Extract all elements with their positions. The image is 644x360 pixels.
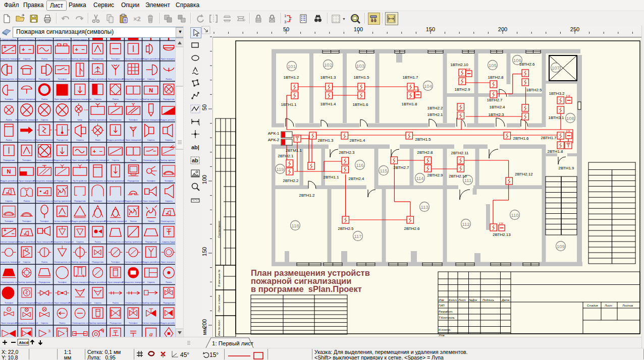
svg-text:Кран пожарный: Кран пожарный	[55, 302, 70, 304]
svg-text:2ВТН2.1: 2ВТН2.1	[278, 154, 294, 158]
svg-text:Лампа: Лампа	[94, 241, 101, 243]
svg-text:1ВТН2.10: 1ВТН2.10	[450, 63, 468, 67]
svg-text:Кран пожарный: Кран пожарный	[90, 220, 105, 222]
svg-text:Звонок: Звонок	[130, 220, 137, 222]
svg-text:−: −	[28, 46, 31, 52]
svg-text:1ВТН2.7: 1ВТН2.7	[487, 98, 503, 102]
svg-text:150: 150	[201, 247, 207, 256]
svg-text:Колич: Колич	[449, 298, 457, 302]
svg-text:Оповещатель св: Оповещатель св	[19, 139, 35, 141]
svg-text:Прибор приемный: Прибор приемный	[71, 57, 89, 60]
svg-text:45°: 45°	[180, 351, 189, 358]
svg-text:1ВТН2.3: 1ВТН2.3	[488, 112, 504, 117]
svg-text:Оповещатель св: Оповещатель св	[72, 322, 88, 324]
svg-text:Кран пожарный: Кран пожарный	[55, 98, 70, 100]
svg-text:Лист: Лист	[458, 298, 466, 302]
svg-text:Извещатель пожарный: Извещатель пожарный	[86, 159, 109, 161]
svg-text:−: −	[12, 48, 15, 53]
svg-text:2ВТН1.4: 2ВТН1.4	[349, 138, 365, 143]
svg-text:Телефон: Телефон	[165, 179, 174, 182]
svg-text:1ВТН2.1: 1ВТН2.1	[427, 112, 443, 117]
svg-text:№Док: №Док	[469, 298, 477, 302]
svg-text:Прибор приемный: Прибор приемный	[71, 261, 89, 263]
svg-text:Сирена: Сирена	[112, 159, 119, 161]
svg-text:Модуль релейный: Модуль релейный	[89, 281, 107, 283]
svg-text:107: 107	[552, 65, 560, 71]
svg-text:Сирена: Сирена	[147, 281, 155, 283]
svg-text:Телефон: Телефон	[93, 200, 102, 202]
svg-text:Пр Устройство: Пр Устройство	[73, 179, 87, 182]
svg-text:Извещатель пожарный: Извещатель пожарный	[51, 241, 74, 243]
svg-text:+: +	[4, 227, 7, 233]
svg-text:1ВТН2.4: 1ВТН2.4	[489, 105, 505, 109]
svg-text:Модуль релейный: Модуль релейный	[142, 261, 160, 263]
svg-text:2ВТН2.4: 2ВТН2.4	[348, 176, 364, 181]
svg-text:Сигнал пожарный: Сигнал пожарный	[142, 118, 160, 121]
svg-text:2ВТН2.13: 2ВТН2.13	[493, 232, 511, 237]
svg-text:Т.Контроль: Т.Контроль	[439, 316, 455, 319]
svg-text:Сирена: Сирена	[94, 302, 101, 304]
svg-text:Прибор приемный: Прибор приемный	[89, 322, 107, 324]
svg-text:К.Ж: К.Ж	[466, 68, 471, 71]
svg-text:Телефон: Телефон	[5, 98, 14, 100]
svg-text:104: 104	[424, 83, 432, 89]
svg-text:Телефон: Телефон	[22, 159, 31, 161]
svg-text:Оповещатель св: Оповещатель св	[108, 241, 124, 243]
svg-text:Прибор приемный: Прибор приемный	[124, 241, 142, 243]
svg-text:ГИП: ГИП	[439, 304, 445, 307]
svg-text:Лампа: Лампа	[24, 200, 30, 202]
svg-text:Кран пожарный: Кран пожарный	[72, 159, 88, 161]
svg-text:Сигнал пожарный: Сигнал пожарный	[71, 78, 89, 80]
svg-text:Извещатель пожарный: Извещатель пожарный	[15, 322, 38, 324]
svg-text:Лампа: Лампа	[41, 261, 48, 263]
svg-text:2ВТН1.3: 2ВТН1.3	[317, 138, 334, 143]
svg-text:Оповещатель св: Оповещатель св	[54, 261, 71, 263]
svg-text:Модуль релейный: Модуль релейный	[89, 78, 107, 80]
svg-text:a: a	[149, 330, 153, 337]
svg-text:Разработ.: Разработ.	[439, 310, 453, 313]
svg-text:102: 102	[324, 62, 332, 68]
svg-text:2ВТН2.12: 2ВТН2.12	[515, 172, 533, 176]
svg-text:113: 113	[420, 204, 428, 210]
svg-text:1ВТН1.2: 1ВТН1.2	[283, 75, 299, 80]
svg-text:115: 115	[380, 168, 387, 173]
svg-text:Сирена: Сирена	[76, 241, 84, 243]
svg-text:+: +	[22, 46, 25, 52]
svg-text:Оповещатель св: Оповещатель св	[125, 98, 142, 100]
svg-text:Лист: Лист	[604, 304, 612, 307]
svg-text:50: 50	[201, 104, 207, 110]
svg-text:В зам.шиа.№: В зам.шиа.№	[218, 270, 221, 287]
svg-text:К.Ж: К.Ж	[566, 130, 571, 133]
svg-text:1ВТН1.8: 1ВТН1.8	[401, 102, 417, 106]
svg-text:Сирена: Сирена	[41, 322, 48, 324]
svg-text:Телефон: Телефон	[129, 322, 138, 324]
svg-text:Лампа: Лампа	[166, 78, 172, 80]
svg-text:Оповещатель св: Оповещатель св	[89, 179, 106, 182]
svg-text:Сирена: Сирена	[41, 118, 48, 121]
svg-text:Сирена: Сирена	[147, 78, 155, 80]
svg-text:Сигнал пожарный: Сигнал пожарный	[125, 261, 142, 263]
svg-text:Извещатель пожарный: Извещатель пожарный	[69, 302, 91, 304]
svg-text:Передатчик: Передатчик	[128, 179, 139, 182]
svg-text:Передатчик: Передатчик	[57, 139, 68, 141]
svg-text:Оповещатель св: Оповещатель св	[143, 159, 159, 161]
svg-text:Оповещатель св: Оповещатель св	[1, 281, 17, 283]
svg-text:+: +	[93, 148, 96, 154]
svg-text:1ВТН2.5: 1ВТН2.5	[526, 88, 542, 92]
svg-text:Сигнал пожарный: Сигнал пожарный	[125, 57, 142, 60]
svg-text:Лампа: Лампа	[59, 322, 66, 324]
svg-text:Прибор приемный: Прибор приемный	[18, 78, 36, 80]
svg-text:Кран пожарный: Кран пожарный	[161, 261, 175, 263]
svg-text:Телефон: Телефон	[40, 220, 49, 222]
svg-text:Сирена: Сирена	[5, 200, 13, 202]
svg-text:119: 119	[276, 166, 284, 172]
svg-text:Листов: Листов	[622, 304, 633, 307]
svg-text:АРК-1: АРК-1	[268, 131, 280, 136]
svg-text:Модуль релейный: Модуль релейный	[18, 241, 36, 243]
svg-text:Модуль релейный: Модуль релейный	[35, 302, 53, 304]
svg-text:Телефон: Телефон	[58, 281, 67, 283]
svg-text:Извещатель пожарный: Извещатель пожарный	[33, 179, 56, 182]
svg-text:Передатчик: Передатчик	[74, 200, 86, 202]
svg-text:117: 117	[354, 233, 361, 239]
svg-text:2ВТН2.8: 2ВТН2.8	[417, 150, 433, 155]
